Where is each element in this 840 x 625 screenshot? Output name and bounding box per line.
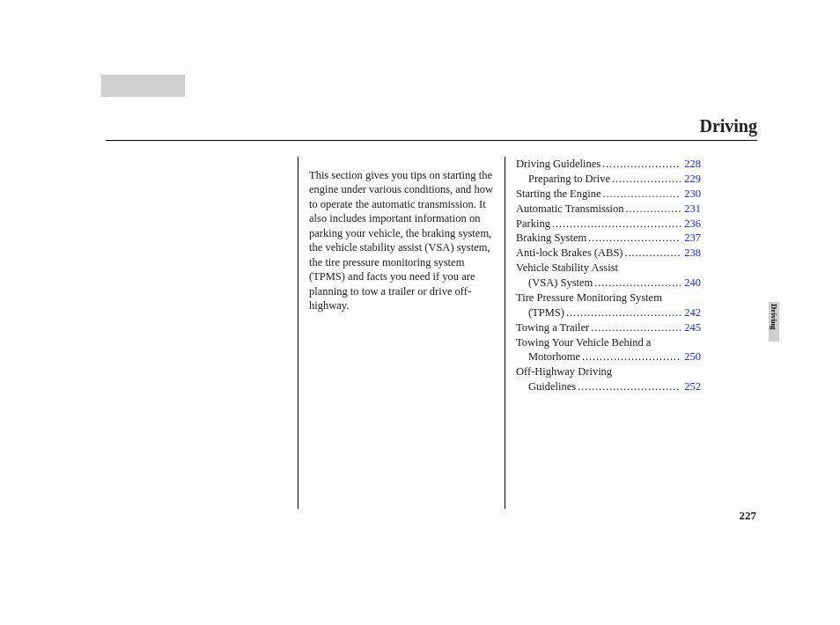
toc-entry: Towing a Trailer245 [516,320,701,335]
page-number: 227 [740,509,757,523]
toc-leader [601,157,682,171]
toc-label: Towing a Trailer [516,320,589,335]
toc-leader [593,276,682,290]
toc-label: Braking System [516,231,586,246]
toc-leader [586,231,682,245]
toc-column: Driving Guidelines228Preparing to Drive2… [505,157,711,509]
toc-label: Anti-lock Brakes (ABS) [516,246,623,261]
intro-column: This section gives you tips on starting … [298,157,505,509]
toc-entry: Preparing to Drive229 [516,172,701,187]
toc-page-link[interactable]: 229 [682,172,701,187]
page-content: Driving This section gives you tips on s… [106,116,757,509]
toc-page-link[interactable]: 245 [682,320,701,335]
toc-leader [564,305,682,320]
toc-entry: Starting the Engine230 [516,187,701,202]
toc-leader [550,217,682,231]
toc-label: (TPMS) [516,305,564,320]
toc-entry-cont: Motorhome250 [516,349,701,364]
page-title: Driving [699,116,757,136]
toc-leader [623,246,683,260]
toc-page-link[interactable]: 238 [682,246,701,261]
toc-entry-cont: (VSA) System240 [516,276,701,290]
toc-label: Driving Guidelines [516,157,601,172]
toc-label: Vehicle Stability Assist [516,261,618,276]
toc-entry-cont: (TPMS)242 [516,305,701,320]
toc-entry: Off-Highway Driving [516,364,701,379]
toc-label: Preparing to Drive [516,172,610,187]
title-bar: Driving [106,116,757,141]
toc-label: Off-Highway Driving [516,364,612,379]
toc-page-link[interactable]: 236 [682,217,701,232]
toc-label: Parking [516,217,550,232]
toc-page-link[interactable]: 228 [682,157,701,172]
toc-label: Guidelines [516,379,576,394]
corner-decoration [101,75,185,97]
toc-leader [601,187,683,201]
toc-page-link[interactable]: 237 [682,231,701,246]
toc-page-link[interactable]: 240 [682,276,701,290]
intro-text: This section gives you tips on starting … [309,168,494,313]
toc-entry-cont: Guidelines252 [516,379,701,394]
toc-entry: Automatic Transmission231 [516,202,701,217]
toc-entry: Driving Guidelines228 [516,157,701,172]
toc-entry: Anti-lock Brakes (ABS)238 [516,246,701,261]
toc-label: Motorhome [516,349,580,364]
toc-label: Starting the Engine [516,187,601,202]
toc-entry: Towing Your Vehicle Behind a [516,335,701,350]
toc-page-link[interactable]: 252 [682,379,701,394]
toc-leader [610,172,682,186]
side-tab-label: Driving [770,304,778,330]
toc-label: (VSA) System [516,276,593,290]
toc-leader [580,349,682,364]
toc-leader [624,202,683,216]
toc-entry: Tire Pressure Monitoring System [516,290,701,305]
toc-leader [576,379,682,393]
toc-page-link[interactable]: 242 [682,305,701,320]
toc-entry: Braking System237 [516,231,701,246]
toc-page-link[interactable]: 231 [682,202,701,217]
toc-leader [589,320,682,335]
toc-page-link[interactable]: 230 [682,187,701,202]
toc-label: Tire Pressure Monitoring System [516,290,662,305]
toc-page-link[interactable]: 250 [682,349,701,364]
toc-label: Automatic Transmission [516,202,624,217]
toc-label: Towing Your Vehicle Behind a [516,335,651,350]
toc-entry: Vehicle Stability Assist [516,261,701,276]
toc-entry: Parking236 [516,217,701,232]
